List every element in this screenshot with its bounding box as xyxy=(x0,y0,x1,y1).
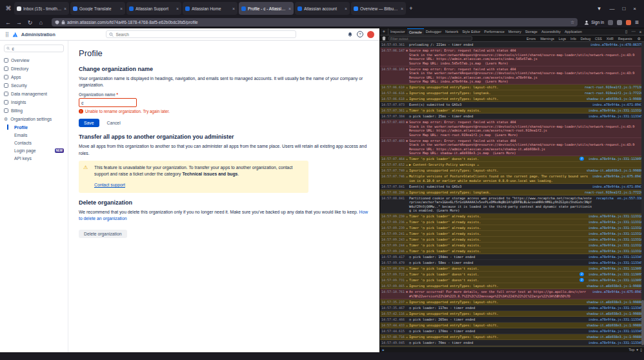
cancel-button[interactable]: Cancel xyxy=(102,119,126,127)
sidebar-search-input[interactable] xyxy=(12,46,61,51)
sidebar-sub-item[interactable]: Login page NEW xyxy=(4,146,64,154)
console-source-link[interactable]: shadow-it.a6b938e3.js:1:99880 xyxy=(587,300,643,305)
devtools-tab[interactable]: Style Editor xyxy=(460,28,482,35)
tab-close-icon[interactable] xyxy=(288,6,291,11)
console-source-link[interactable]: index.a78e9f4a.js:331:113316 xyxy=(589,108,643,113)
sidebar-sub-item[interactable]: Profile xyxy=(4,123,64,131)
admin-search-bar[interactable] xyxy=(106,30,296,38)
window-close-button[interactable]: × xyxy=(633,6,636,12)
delete-organization-button[interactable]: Delete organization xyxy=(79,230,127,238)
console-source-link[interactable]: shadow-it.a6b938e3.js:1:99880 xyxy=(587,335,643,339)
clear-console-icon[interactable] xyxy=(382,36,386,41)
console-source-link[interactable]: index.a78e9f4a.js:331:113345 xyxy=(589,306,643,310)
console-source-link[interactable]: react-root.919ea1f2.js:1:77220 xyxy=(585,190,643,195)
console-source-link[interactable]: shadow-it.a6b938e3.js:1:99880 xyxy=(587,284,643,288)
sidebar-item[interactable]: Data management xyxy=(4,90,64,98)
sidebar-item[interactable]: Apps xyxy=(4,73,64,81)
console-source-link[interactable]: index.a78e9f4a.js:331:113345 xyxy=(589,114,643,119)
console-source-link[interactable]: index.a78e9f4a.js:331:113345 xyxy=(589,261,643,265)
evaluation-context-selector[interactable]: Top ▾ ▯ xyxy=(629,348,642,352)
app-switcher-icon[interactable]: ⣿ xyxy=(5,32,9,37)
scrollbar-thumb[interactable] xyxy=(641,300,644,345)
browser-tab[interactable]: Inbox (15) - timothy.c.neill... xyxy=(14,2,69,15)
console-source-link[interactable]: index.a78e9f4a.js:331:113095 xyxy=(589,266,643,271)
console-source-link[interactable]: index.a78e9f4a.js:331:113345 xyxy=(589,341,643,345)
browser-tab[interactable]: Atlassian Support xyxy=(126,2,181,15)
console-source-link[interactable]: index.a78e9f4a.js:671:8941 xyxy=(592,103,643,107)
devtools-tab[interactable]: Inspector xyxy=(388,28,407,35)
console-filter-input[interactable] xyxy=(388,36,472,41)
browser-tab[interactable]: Profile - c - Atlassian Admin... xyxy=(239,2,294,15)
console-filter-button[interactable]: Info xyxy=(569,37,578,41)
extension-icon[interactable] xyxy=(626,20,631,25)
browser-tab[interactable]: Atlassian account xyxy=(295,2,350,15)
console-source-link[interactable]: shadow-it.a6b938e3.js:1:99880 xyxy=(587,97,643,101)
console-filter-button[interactable]: Requests xyxy=(617,37,634,41)
reload-button[interactable]: ↻ xyxy=(26,19,34,26)
console-source-link[interactable]: index.a78e9f4a.js:331:113095 xyxy=(589,278,643,283)
contact-support-link[interactable]: Contact support xyxy=(94,183,125,187)
extension-icon[interactable] xyxy=(617,20,622,25)
sidebar-sub-item[interactable]: Contacts xyxy=(4,139,64,146)
sign-in-button[interactable]: Sign in xyxy=(584,20,604,25)
tab-close-icon[interactable] xyxy=(120,6,123,11)
pick-element-icon[interactable]: ⌖ xyxy=(380,28,388,35)
devtools-close-icon[interactable]: × xyxy=(637,28,644,35)
console-source-link[interactable]: index.a78e9f4a.js:331:113345 xyxy=(589,329,643,334)
console-source-link[interactable]: shadow-it.a6b938e3.js:1:99880 xyxy=(587,323,643,328)
devtools-tab[interactable]: Debugger xyxy=(424,28,443,35)
console-source-link[interactable]: index.a78e9f4a.js:331:113345 xyxy=(589,255,643,259)
sidebar-item[interactable]: Insights xyxy=(4,98,64,106)
console-source-link[interactable]: index.a78e9f4a.js:675:8941 xyxy=(592,290,643,294)
devtools-scrollbar[interactable] xyxy=(641,42,644,346)
devtools-tab[interactable]: Performance xyxy=(482,28,507,35)
console-filter-button[interactable]: Logs xyxy=(558,37,567,41)
list-all-tabs-icon[interactable]: ▾ xyxy=(594,5,604,12)
console-filter-button[interactable]: XHR xyxy=(605,37,615,41)
console-source-link[interactable]: shadow-it.a6b938e3.js:1:99880 xyxy=(587,312,643,316)
console-source-link[interactable]: index.a78e9f4a.js:331:113095 xyxy=(589,272,643,277)
console-source-link[interactable]: index.a78e9f4a.js:331:113316 xyxy=(589,226,643,230)
tab-close-icon[interactable] xyxy=(64,6,66,11)
window-minimize-button[interactable]: — xyxy=(609,6,614,12)
console-source-link[interactable]: index.a78e9f4a.js:331:113316 xyxy=(589,249,643,254)
console-source-link[interactable]: react-root.919ea1f2.js:1:77220 xyxy=(585,91,643,95)
lock-icon[interactable] xyxy=(61,20,65,25)
user-avatar[interactable] xyxy=(367,31,374,38)
tab-close-icon[interactable] xyxy=(232,6,235,11)
devtools-tab[interactable]: Accessibility xyxy=(539,28,563,35)
console-input-row[interactable]: » Top ▾ ▯ xyxy=(380,346,644,352)
sidebar-item[interactable]: Directory xyxy=(4,65,64,73)
console-source-link[interactable]: index.a78e9f4a.js:331:113345 xyxy=(589,317,643,322)
browser-tab[interactable]: Overview — Bitbucket xyxy=(351,2,406,15)
devtools-tab[interactable]: Application xyxy=(563,28,584,35)
sidebar-sub-item[interactable]: Emails xyxy=(4,131,64,139)
new-tab-button[interactable]: + xyxy=(406,5,416,12)
firefox-view-icon[interactable]: ⌘ xyxy=(3,3,14,14)
console-source-link[interactable]: shadow-it.a6b938e3.js:1:99880 xyxy=(587,168,643,173)
console-source-link[interactable]: index.a78e9f4a.js:331:113316 xyxy=(589,220,643,225)
console-source-link[interactable]: index.a78e9f4a.js:331:113316 xyxy=(589,214,643,219)
split-console-icon[interactable]: ▯ xyxy=(640,348,642,352)
org-name-input[interactable] xyxy=(79,98,137,107)
back-button[interactable]: ← xyxy=(4,19,12,26)
forward-button[interactable]: → xyxy=(15,19,23,26)
sidebar-sub-item[interactable]: API keys xyxy=(4,154,64,162)
console-source-link[interactable]: index.a78e9f4a.js:331:113095 xyxy=(589,157,643,161)
devtools-tab[interactable]: Storage xyxy=(523,28,539,35)
tab-close-icon[interactable] xyxy=(345,6,347,11)
tab-close-icon[interactable] xyxy=(176,6,179,11)
devtools-tab[interactable]: Console xyxy=(407,28,424,35)
extension-icon[interactable] xyxy=(608,20,613,25)
home-button[interactable]: ⌂ xyxy=(37,19,45,26)
console-filter-button[interactable]: Errors xyxy=(525,37,537,41)
console-source-link[interactable]: index.a78e9f4a.js:331:113316 xyxy=(589,232,643,236)
console-source-link[interactable]: react-root.919ea1f2.js:1:77130 xyxy=(585,85,643,90)
console-filter-button[interactable]: Warnings xyxy=(539,37,556,41)
save-button[interactable]: Save xyxy=(79,119,99,127)
sidebar-item[interactable]: Security xyxy=(4,81,64,90)
admin-search-input[interactable] xyxy=(116,32,293,37)
console-source-link[interactable]: recaptcha__en.js:557:336 xyxy=(596,196,643,201)
devtools-tab[interactable]: Network xyxy=(443,28,460,35)
devtools-menu-icon[interactable]: ⋯ xyxy=(630,28,637,35)
